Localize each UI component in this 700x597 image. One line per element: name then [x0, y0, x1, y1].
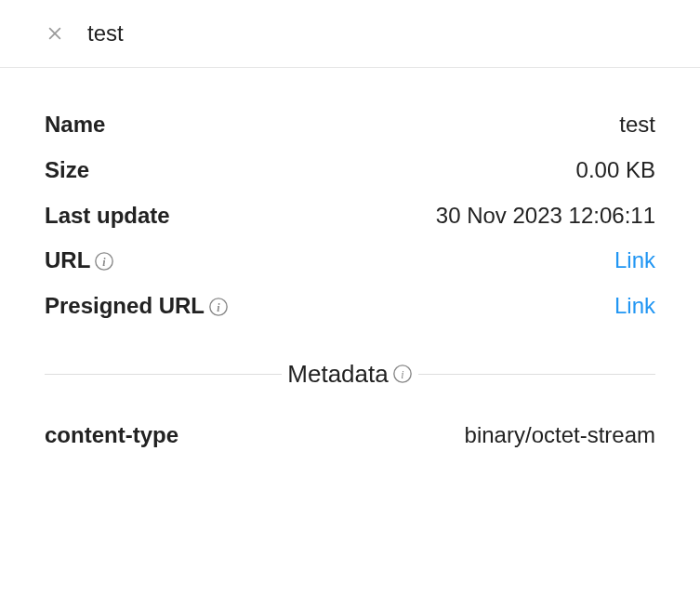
- detail-row-last-update: Last update 30 Nov 2023 12:06:11: [45, 200, 655, 232]
- info-icon[interactable]: i: [208, 297, 229, 317]
- size-value: 0.00 KB: [576, 154, 655, 187]
- presigned-url-label: Presigned URL i: [45, 290, 229, 323]
- metadata-divider: Metadata i: [45, 360, 655, 389]
- url-label: URL i: [45, 245, 114, 277]
- content-type-label: content-type: [45, 422, 178, 448]
- presigned-url-label-text: Presigned URL: [45, 290, 205, 323]
- metadata-title-text: Metadata: [287, 360, 388, 389]
- name-label: Name: [45, 109, 105, 141]
- metadata-section-title: Metadata i: [282, 360, 417, 389]
- url-label-text: URL: [45, 245, 90, 277]
- close-icon[interactable]: [45, 23, 65, 44]
- detail-row-presigned-url: Presigned URL i Link: [45, 290, 655, 323]
- url-link[interactable]: Link: [614, 245, 655, 277]
- svg-text:i: i: [217, 300, 220, 313]
- panel-header: test: [0, 0, 700, 68]
- info-icon[interactable]: i: [392, 364, 413, 384]
- last-update-value: 30 Nov 2023 12:06:11: [436, 200, 655, 232]
- content-type-value: binary/octet-stream: [465, 422, 655, 448]
- svg-text:i: i: [103, 255, 107, 268]
- metadata-row-content-type: content-type binary/octet-stream: [45, 422, 655, 448]
- presigned-url-link[interactable]: Link: [614, 290, 655, 323]
- size-label: Size: [45, 154, 89, 187]
- svg-text:i: i: [401, 368, 403, 381]
- detail-row-size: Size 0.00 KB: [45, 154, 655, 187]
- name-value: test: [619, 109, 655, 141]
- detail-row-url: URL i Link: [45, 245, 655, 277]
- panel-title: test: [87, 20, 124, 46]
- divider-line: [418, 374, 655, 375]
- last-update-label: Last update: [45, 200, 170, 232]
- info-icon[interactable]: i: [94, 251, 114, 272]
- detail-row-name: Name test: [45, 109, 655, 141]
- divider-line: [45, 374, 282, 375]
- details-content: Name test Size 0.00 KB Last update 30 No…: [0, 68, 700, 448]
